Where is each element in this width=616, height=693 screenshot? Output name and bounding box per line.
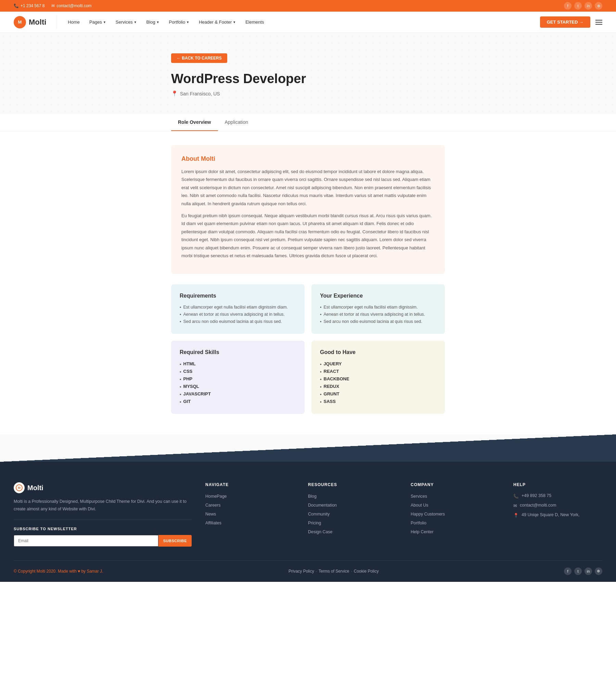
wave-divider [0,434,616,462]
skill-html: HTML [180,360,296,368]
get-started-button[interactable]: GET STARTED → [540,16,590,28]
privacy-policy-link[interactable]: Privacy Policy [288,569,314,574]
nav-header-footer[interactable]: Header & Footer ▼ [195,17,240,27]
phone-info: 📞 +1 234 567 8 [14,3,44,8]
skill-mysql: MYSQL [180,383,296,390]
nav-divider [56,15,57,29]
comp-link-help-center[interactable]: Help Center [411,529,500,534]
footer-description: Molti is a Professionally Designed, Mult… [14,498,192,513]
nav-actions: GET STARTED → [540,16,602,28]
res-link-community[interactable]: Community [308,511,397,517]
res-link-design-case[interactable]: Design Case [308,529,397,534]
main-content: About Molti Lorem ipsum dolor sit amet, … [0,131,616,434]
footer-bottom-links: Privacy Policy · Terms of Service · Cook… [288,569,378,574]
req-item-3: Sed arcu non odio euismod lacinia at qui… [180,318,296,325]
top-bar: 📞 +1 234 567 8 ✉ contact@molti.com f t i… [0,0,616,12]
skill-sass: SASS [320,398,436,405]
tab-role-overview[interactable]: Role Overview [171,114,218,131]
header-footer-chevron: ▼ [233,21,236,24]
email-address: contact@molti.com [56,3,91,8]
nav-elements[interactable]: Elements [241,17,268,27]
about-title-brand: Molti [201,155,215,162]
facebook-icon[interactable]: f [564,2,572,10]
pages-chevron: ▼ [103,21,106,24]
dribbble-icon[interactable]: ⊕ [595,2,602,10]
footer-twitter-icon[interactable]: t [574,567,582,575]
nav-link-homepage[interactable]: HomePage [205,493,294,499]
exp-item-1: Est ullamcorper eget nulla facilisi etia… [320,304,436,311]
footer-logo[interactable]: M Molti [14,482,192,493]
job-location: 📍 San Fransisco, US [171,90,445,97]
link-separator-2: · [351,569,352,574]
footer-help-col: HELP 📞 +49 892 358 75 ✉ contact@molti.co… [513,482,602,547]
newsletter-form: SUBSCRIBE [14,535,192,547]
newsletter-label: SUBSCRIBE TO NEWSLETTER [14,527,192,531]
footer-logo-initials: M [18,486,21,489]
newsletter-subscribe-button[interactable]: SUBSCRIBE [158,535,192,547]
footer-copyright: © Copyright Molti 2020. Made with ♥ by S… [14,569,103,574]
terms-of-service-link[interactable]: Terms of Service [319,569,349,574]
location-text: San Fransisco, US [180,91,220,96]
footer-instagram-icon[interactable]: in [585,567,592,575]
help-email-address: contact@molti.com [520,503,556,508]
tab-application[interactable]: Application [218,114,255,131]
twitter-icon[interactable]: t [574,2,582,10]
comp-link-services[interactable]: Services [411,493,500,499]
nav-pages[interactable]: Pages ▼ [85,17,110,27]
res-link-pricing[interactable]: Pricing [308,520,397,525]
requirements-card: Requirements Est ullamcorper eget nulla … [171,284,305,334]
mail-icon: ✉ [513,503,517,508]
res-link-blog[interactable]: Blog [308,493,397,499]
skills-row: Required Skills HTML CSS PHP MYSQL JAVAS… [171,341,445,414]
requirements-experience-row: Requirements Est ullamcorper eget nulla … [171,284,445,334]
cookie-policy-link[interactable]: Cookie Policy [354,569,379,574]
nav-links: Home Pages ▼ Services ▼ Blog ▼ Portfolio… [64,17,540,27]
footer-bottom: © Copyright Molti 2020. Made with ♥ by S… [14,560,602,575]
skill-javascript: JAVASCRIPT [180,390,296,398]
required-skills-card: Required Skills HTML CSS PHP MYSQL JAVAS… [171,341,305,414]
phone-icon: 📞 [14,3,19,8]
nav-link-careers[interactable]: Careers [205,502,294,508]
skill-backbone: BACKBONE [320,375,436,383]
logo[interactable]: M Molti [14,16,46,28]
link-separator-1: · [316,569,317,574]
portfolio-chevron: ▼ [186,21,189,24]
footer-company-col: COMPANY Services About Us Happy Customer… [411,482,500,547]
required-skills-title: Required Skills [180,349,296,355]
good-to-have-card: Good to Have JQUERY REACT BACKBONE REDUX… [311,341,445,414]
tabs-bar: Role Overview Application [0,114,616,131]
req-item-2: Aenean et tortor at risus viverra adipis… [180,311,296,318]
footer-top: M Molti Molti is a Professionally Design… [14,482,602,547]
nav-link-affiliates[interactable]: Affiliates [205,520,294,525]
copyright-brand: Samar J. [87,569,103,574]
help-title: HELP [513,482,602,487]
footer-logo-icon-inner: M [16,484,23,491]
hamburger-menu[interactable] [595,20,602,25]
nav-portfolio[interactable]: Portfolio ▼ [165,17,194,27]
exp-item-3: Sed arcu non odio euismod lacinia at qui… [320,318,436,325]
nav-blog[interactable]: Blog ▼ [142,17,164,27]
res-link-documentation[interactable]: Documentation [308,502,397,508]
email-info: ✉ contact@molti.com [51,3,91,8]
comp-link-about-us[interactable]: About Us [411,502,500,508]
footer-dribbble-icon[interactable]: ⊕ [595,567,602,575]
comp-link-portfolio[interactable]: Portfolio [411,520,500,525]
experience-list: Est ullamcorper eget nulla facilisi etia… [320,304,436,325]
about-paragraph-1: Lorem ipsum dolor sit amet, consectetur … [181,168,435,208]
footer-brand-col: M Molti Molti is a Professionally Design… [14,482,192,547]
hamburger-line-2 [595,22,602,23]
newsletter-email-input[interactable] [14,535,158,547]
footer-facebook-icon[interactable]: f [564,567,572,575]
instagram-icon[interactable]: in [585,2,592,10]
nav-link-news[interactable]: News [205,511,294,517]
comp-link-happy-customers[interactable]: Happy Customers [411,511,500,517]
footer-logo-text: Molti [27,484,43,492]
back-to-careers-button[interactable]: ← BACK TO CAREERS [171,53,227,63]
hero-section: ← BACK TO CAREERS WordPress Developer 📍 … [0,33,616,114]
top-bar-left: 📞 +1 234 567 8 ✉ contact@molti.com [14,3,92,8]
help-email: ✉ contact@molti.com [513,503,602,508]
help-address: 📍 49 Uniqe Square D, New York, [513,512,602,518]
nav-services[interactable]: Services ▼ [112,17,141,27]
location-icon: 📍 [171,90,178,97]
nav-home[interactable]: Home [64,17,84,27]
